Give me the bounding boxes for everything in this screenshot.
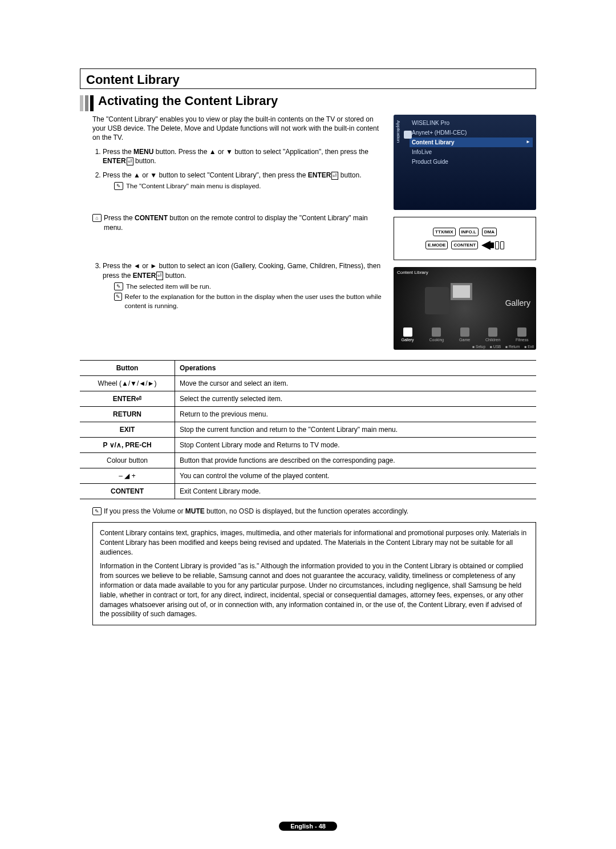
callout-arrow-icon xyxy=(481,241,504,250)
table-cell-operation: Stop the current function and return to … xyxy=(175,422,537,438)
table-cell-operation: Stop Content Library mode and Returns to… xyxy=(175,438,537,453)
remote-button: DMA xyxy=(482,228,497,236)
intro-paragraph: The "Content Library" enables you to vie… xyxy=(92,115,383,143)
table-cell-button: Wheel (▲/▼/◄/►) xyxy=(80,376,175,391)
remote-button: CONTENT xyxy=(451,241,478,249)
remote-tip: ⌂ Press the CONTENT button on the remote… xyxy=(92,213,383,233)
table-row: – ◢ +You can control the volume of the p… xyxy=(80,468,536,484)
cl-bottom-bar: SetupUSBReturnExit xyxy=(394,345,536,349)
step-3-note-2: ✎Refer to the explanation for the button… xyxy=(114,293,383,310)
remote-button: INFO.L xyxy=(459,228,479,236)
operations-table: ButtonOperationsWheel (▲/▼/◄/►)Move the … xyxy=(80,360,536,499)
post-table-note: ✎ If you press the Volume or MUTE button… xyxy=(92,507,536,515)
tv-menu-item: Content Library xyxy=(410,138,533,147)
step-2-note: ✎The "Content Library" main menu is disp… xyxy=(114,182,383,191)
table-header-operations: Operations xyxy=(175,361,537,376)
subsection-title: Activating the Content Library xyxy=(98,94,278,111)
note-icon: ✎ xyxy=(92,507,102,515)
table-cell-button: P ∨/∧, PRE-CH xyxy=(80,438,175,453)
table-cell-button: RETURN xyxy=(80,407,175,422)
decorative-bars xyxy=(80,95,94,111)
table-cell-operation: You can control the volume of the played… xyxy=(175,468,537,484)
enter-icon: ⏎ xyxy=(331,172,338,180)
cl-category-icon: Children xyxy=(485,328,500,342)
disclaimer-p2: Information in the Content Library is pr… xyxy=(100,561,529,619)
step-2: Press the ▲ or ▼ button to select "Conte… xyxy=(103,171,383,191)
tv-menu-item: Anynet+ (HDMI-CEC) xyxy=(410,128,533,138)
table-cell-operation: Exit Content Library mode. xyxy=(175,484,537,499)
remote-button: TTX/MIX xyxy=(433,228,456,236)
table-row: RETURNReturn to the previous menu. xyxy=(80,407,536,422)
table-cell-button: CONTENT xyxy=(80,484,175,499)
cl-category-icon: Gallery xyxy=(401,328,414,342)
content-library-screenshot: Content Library Gallery GalleryCookingGa… xyxy=(394,267,536,350)
section-title: Content Library xyxy=(86,72,530,87)
table-cell-operation: Move the cursor and select an item. xyxy=(175,376,537,391)
cl-selected-label: Gallery xyxy=(505,298,530,308)
tv-menu-sidetab: Application xyxy=(396,120,401,143)
remote-icon: ⌂ xyxy=(92,214,102,222)
step-3-note-1: ✎The selected item will be run. xyxy=(114,282,383,292)
instruction-list-cont: Press the ◄ or ► button to select an ico… xyxy=(92,261,383,310)
remote-button: E.MODE xyxy=(425,241,448,249)
cl-category-icon: Fitness xyxy=(516,328,529,342)
cl-bottom-action: USB xyxy=(490,345,501,349)
enter-icon: ⏎ xyxy=(156,272,163,280)
table-cell-operation: Button that provide functions are descri… xyxy=(175,453,537,468)
disclaimer-p1: Content Library contains text, graphics,… xyxy=(100,528,529,557)
enter-icon: ⏎ xyxy=(127,157,133,166)
table-cell-operation: Return to the previous menu. xyxy=(175,407,537,422)
table-row: CONTENTExit Content Library mode. xyxy=(80,484,536,499)
table-cell-button: Colour button xyxy=(80,453,175,468)
tv-menu-item: WISELINK Pro xyxy=(410,118,533,128)
cl-bottom-action: Return xyxy=(505,345,520,349)
instruction-list: Press the MENU button. Press the ▲ or ▼ … xyxy=(92,147,383,191)
picture-frame-graphic xyxy=(451,283,472,300)
tv-menu-item: InfoLive xyxy=(410,147,533,157)
step-3: Press the ◄ or ► button to select an ico… xyxy=(103,261,383,310)
disclaimer-box: Content Library contains text, graphics,… xyxy=(92,522,536,625)
page-footer: English - 48 xyxy=(0,823,616,830)
table-row: ENTER⏎Select the currently selected item… xyxy=(80,391,536,407)
table-header-button: Button xyxy=(80,361,175,376)
cl-bottom-action: Setup xyxy=(472,345,485,349)
chair-graphic xyxy=(425,287,449,314)
note-icon: ✎ xyxy=(114,282,123,290)
tv-menu-list: WISELINK ProAnynet+ (HDMI-CEC)Content Li… xyxy=(410,118,533,167)
cl-bottom-action: Exit xyxy=(524,345,534,349)
table-row: Wheel (▲/▼/◄/►)Move the cursor and selec… xyxy=(80,376,536,391)
table-cell-operation: Select the currently selected item. xyxy=(175,391,537,407)
cl-category-icon: Cooking xyxy=(429,328,444,342)
cl-icon-strip: GalleryCookingGameChildrenFitness xyxy=(394,328,536,342)
table-cell-button: EXIT xyxy=(80,422,175,438)
table-row: P ∨/∧, PRE-CHStop Content Library mode a… xyxy=(80,438,536,453)
note-icon: ✎ xyxy=(114,293,122,301)
table-cell-button: ENTER⏎ xyxy=(80,391,175,407)
step-1: Press the MENU button. Press the ▲ or ▼ … xyxy=(103,147,383,167)
subsection-header: Activating the Content Library xyxy=(80,94,536,111)
note-icon: ✎ xyxy=(114,182,123,190)
section-header: Content Library xyxy=(80,68,536,89)
tv-menu-screenshot-1: Application WISELINK ProAnynet+ (HDMI-CE… xyxy=(394,115,536,210)
table-row: EXITStop the current function and return… xyxy=(80,422,536,438)
table-row: Colour buttonButton that provide functio… xyxy=(80,453,536,468)
cl-category-icon: Game xyxy=(459,328,470,342)
cl-title: Content Library xyxy=(397,270,428,275)
table-cell-button: – ◢ + xyxy=(80,468,175,484)
remote-button-diagram: TTX/MIXINFO.LDMA E.MODECONTENT xyxy=(394,217,536,260)
page-number-badge: English - 48 xyxy=(279,822,337,831)
application-icon xyxy=(404,131,412,139)
tv-menu-item: Product Guide xyxy=(410,157,533,167)
